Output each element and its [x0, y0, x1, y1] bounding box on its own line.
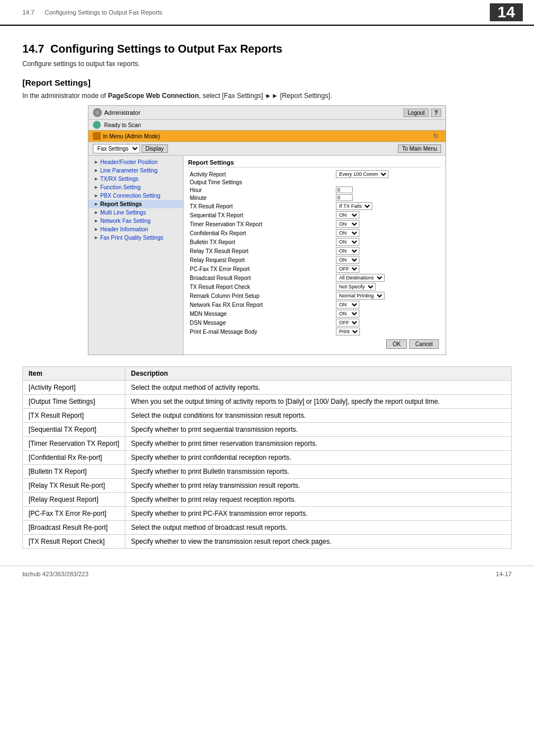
admin-header-right: Logout ? [404, 109, 441, 117]
status-ready-icon [93, 121, 101, 129]
nav-item-line-param[interactable]: ► Line Parameter Setting [88, 166, 183, 175]
nav-item-header-footer[interactable]: ► Header/Footer Position [88, 158, 183, 166]
menu-bar-icon [93, 132, 101, 140]
bulletin-tx-select[interactable]: ON OFF [336, 238, 359, 246]
screenshot-body: ► Header/Footer Position ► Line Paramete… [88, 156, 446, 354]
tx-result-select[interactable]: If TX Fails [336, 202, 372, 210]
help-button[interactable]: ? [431, 109, 441, 117]
nav-item-header-info[interactable]: ► Header Information [88, 225, 183, 234]
logout-button[interactable]: Logout [404, 109, 429, 117]
table-row: [Output Time Settings]When you set the o… [23, 395, 512, 409]
table-row: Minute [188, 194, 441, 202]
table-cell-item: [Timer Reservation TX Report] [23, 437, 125, 451]
table-cell-description: Specify whether to print PC-FAX transmis… [125, 507, 512, 521]
table-row: Network Fax RX Error Report ON OFF [188, 300, 441, 309]
nav-item-print-quality[interactable]: ► Fax Print Quality Settings [88, 234, 183, 242]
table-cell-description: When you set the output timing of activi… [125, 395, 512, 409]
activity-report-select[interactable]: Every 100 Comm [336, 170, 388, 178]
display-button[interactable]: Display [142, 144, 168, 153]
table-row: PC-Fax TX Error Report OFF ON [188, 264, 441, 273]
table-row: Relay TX Result Report ON OFF [188, 246, 441, 255]
pc-fax-tx-select[interactable]: OFF ON [336, 265, 359, 273]
table-cell-item: [Relay Request Report] [23, 493, 125, 507]
table-cell-item: [TX Result Report Check] [23, 535, 125, 549]
screenshot-box: ☺ Administrator Logout ? Ready to Scan I… [88, 105, 446, 355]
admin-header: ☺ Administrator Logout ? [88, 106, 446, 120]
broadcast-result-select[interactable]: All Destinations [336, 274, 385, 282]
table-row: Sequential TX Report ON OFF [188, 211, 441, 220]
sequential-tx-select[interactable]: ON OFF [336, 211, 359, 219]
nav-toolbar: Fax Settings Display To Main Menu [88, 142, 446, 156]
table-cell-item: [Confidential Rx Re-port] [23, 451, 125, 465]
tx-result-check-select[interactable]: Not Specify [336, 283, 376, 291]
table-cell-item: [Broadcast Result Re-port] [23, 521, 125, 535]
hour-input[interactable] [336, 186, 353, 193]
report-settings-title: Report Settings [188, 159, 441, 167]
table-row: Output Time Settings [188, 179, 441, 186]
table-row: TX Result Report If TX Fails [188, 202, 441, 211]
page-footer: bizhub 423/363/283/223 14-17 [0, 566, 534, 582]
cancel-button[interactable]: Cancel [409, 339, 439, 349]
table-row: [Bulletin TX Report]Specify whether to p… [23, 465, 512, 479]
table-cell-description: Specify whether to print relay request r… [125, 493, 512, 507]
table-row: Relay Request Report ON OFF [188, 255, 441, 264]
table-row: [TX Result Report Check]Specify whether … [23, 535, 512, 549]
table-row: Broadcast Result Report All Destinations [188, 273, 441, 282]
menu-bar-text: In Menu (Admin Mode) [103, 133, 160, 139]
refresh-icon[interactable]: ↻ [433, 132, 441, 140]
ok-button[interactable]: OK [386, 339, 406, 349]
table-cell-item: [TX Result Report] [23, 409, 125, 423]
table-row: Print E-mail Message Body Print [188, 327, 441, 336]
relay-request-select[interactable]: ON OFF [336, 256, 359, 264]
main-menu-button[interactable]: To Main Menu [398, 144, 441, 153]
table-cell-description: Specify whether to print relay transmiss… [125, 479, 512, 493]
timer-reservation-select[interactable]: ON OFF [336, 220, 359, 228]
nav-item-pbx[interactable]: ► PBX Connection Setting [88, 192, 183, 200]
table-row: Bulletin TX Report ON OFF [188, 237, 441, 246]
table-cell-item: [PC-Fax TX Error Re-port] [23, 507, 125, 521]
table-row: DSN Message OFF ON [188, 318, 441, 327]
ok-cancel-row: OK Cancel [188, 336, 441, 351]
chapter-intro: Configure settings to output fax reports… [22, 60, 512, 68]
table-cell-description: Select the output method of activity rep… [125, 381, 512, 395]
menu-bar: In Menu (Admin Mode) ↻ [88, 130, 446, 142]
top-bar: 14.7 Configuring Settings to Output Fax … [0, 0, 534, 26]
nav-item-function[interactable]: ► Function Setting [88, 183, 183, 192]
dsn-message-select[interactable]: OFF ON [336, 319, 359, 326]
table-cell-item: [Output Time Settings] [23, 395, 125, 409]
table-row: [PC-Fax TX Error Re-port]Specify whether… [23, 507, 512, 521]
admin-icon: ☺ [93, 108, 102, 117]
table-cell-item: [Relay TX Result Re-port] [23, 479, 125, 493]
mdn-message-select[interactable]: ON OFF [336, 310, 359, 318]
table-header-row: Item Description [23, 367, 512, 381]
section-heading: [Report Settings] [22, 78, 512, 87]
table-cell-description: Select the output conditions for transmi… [125, 409, 512, 423]
table-row: [Relay Request Report]Specify whether to… [23, 493, 512, 507]
nav-item-multi-line[interactable]: ► Multi Line Settings [88, 208, 183, 217]
table-cell-item: [Bulletin TX Report] [23, 465, 125, 479]
table-row: TX Result Report Check Not Specify [188, 282, 441, 291]
status-bar: Ready to Scan [88, 120, 446, 130]
nav-item-network-fax[interactable]: ► Network Fax Setting [88, 217, 183, 225]
nav-item-report-settings[interactable]: ► Report Settings [88, 200, 183, 208]
nav-item-txrx[interactable]: ► TX/RX Settings [88, 175, 183, 183]
table-cell-description: Specify whether to view the transmission… [125, 535, 512, 549]
table-row: [Confidential Rx Re-port]Specify whether… [23, 451, 512, 465]
page-number: 14 [490, 3, 523, 21]
remark-column-select[interactable]: Normal Printing [336, 292, 385, 300]
relay-tx-result-select[interactable]: ON OFF [336, 247, 359, 255]
network-fax-rx-select[interactable]: ON OFF [336, 301, 359, 309]
table-row: Confidential Rx Report ON OFF [188, 228, 441, 237]
confidential-rx-select[interactable]: ON OFF [336, 229, 359, 237]
section-intro: In the administrator mode of PageScope W… [22, 92, 512, 100]
chapter-heading: 14.7 Configuring Settings to Output Fax … [22, 43, 512, 55]
table-row: [Activity Report]Select the output metho… [23, 381, 512, 395]
print-email-select[interactable]: Print [336, 328, 360, 335]
settings-table: Activity Report Every 100 Comm Output Ti… [188, 170, 441, 336]
right-content: Report Settings Activity Report Every 10… [184, 156, 446, 354]
table-cell-item: [Activity Report] [23, 381, 125, 395]
fax-settings-dropdown[interactable]: Fax Settings [93, 144, 140, 153]
minute-input[interactable] [336, 194, 353, 201]
table-row: [TX Result Report]Select the output cond… [23, 409, 512, 423]
table-row: [Timer Reservation TX Report]Specify whe… [23, 437, 512, 451]
